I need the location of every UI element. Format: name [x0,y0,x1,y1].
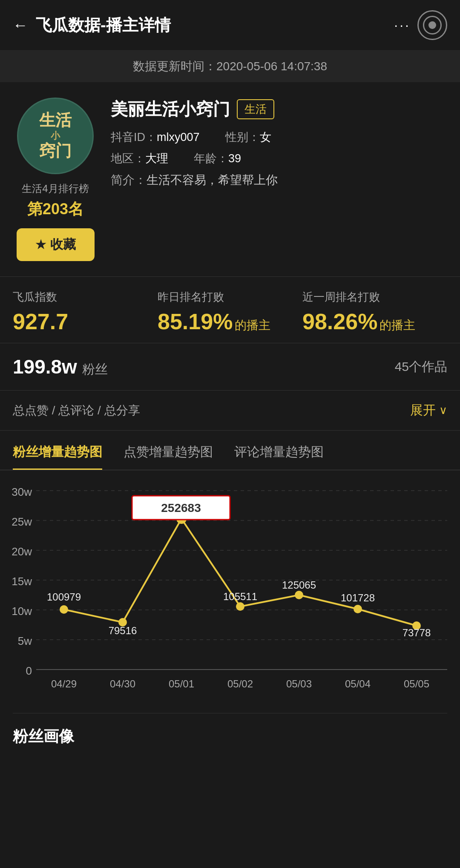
bio-label: 简介： [111,173,147,187]
region-label: 地区： [111,152,145,165]
douyin-id-field: 抖音ID：mlxy007 [111,129,200,145]
data-point-3 [236,602,244,611]
svg-text:105511: 105511 [223,591,257,602]
svg-text:125065: 125065 [282,579,316,591]
more-options-icon[interactable]: ··· [394,17,411,33]
followers-unit: 粉丝 [82,362,108,376]
record-button[interactable] [417,10,447,40]
feigu-value: 927.7 [13,309,158,334]
svg-text:04/29: 04/29 [51,678,77,690]
svg-text:100979: 100979 [47,591,81,603]
age-label: 年龄： [194,152,228,165]
age-value: 39 [228,152,241,165]
svg-text:25w: 25w [12,515,32,528]
avatar-line2: 小 [39,130,72,141]
tab-fans-trend[interactable]: 粉丝增量趋势图 [13,443,102,470]
gender-label: 性别： [225,131,260,144]
yesterday-value: 85.19% [158,309,233,334]
works-count: 45个作品 [395,358,447,376]
fan-portrait-title: 粉丝画像 [13,726,447,747]
avatar-line1: 生活 [39,111,72,130]
profile-section: 生活 小 窍门 生活4月排行榜 第203名 ★ 收藏 美丽生活小窍门 生活 抖音… [0,82,460,277]
profile-id-row: 抖音ID：mlxy007 性别：女 [111,129,447,145]
svg-text:05/02: 05/02 [227,678,253,690]
stats-section: 飞瓜指数 927.7 昨日排名打败 85.19% 的播主 近一周排名打败 98.… [0,277,460,343]
expand-label: 展开 [410,402,436,419]
avatar-text: 生活 小 窍门 [39,111,72,161]
back-button[interactable]: ← [13,16,28,34]
followers-count-group: 199.8w 粉丝 [13,355,108,378]
yesterday-label: 昨日排名打败 [158,290,302,305]
stats-row: 飞瓜指数 927.7 昨日排名打败 85.19% 的播主 近一周排名打败 98.… [13,290,447,334]
week-suffix: 的播主 [380,319,415,332]
profile-location-row: 地区：大理 年龄：39 [111,151,447,166]
tab-likes-trend[interactable]: 点赞增量趋势图 [124,443,213,470]
svg-text:79516: 79516 [109,625,137,636]
fan-portrait-section: 粉丝画像 [0,713,460,760]
svg-text:05/05: 05/05 [404,678,429,690]
chevron-down-icon: ∨ [439,404,447,417]
profile-name-row: 美丽生活小窍门 生活 [111,98,447,121]
week-stat: 近一周排名打败 98.26% 的播主 [302,290,447,334]
record-icon-dot [428,21,436,29]
trend-chart: 30w 25w 20w 15w 10w 5w 0 [9,483,451,704]
svg-text:20w: 20w [12,545,32,558]
feigu-label: 飞瓜指数 [13,290,158,305]
svg-text:05/01: 05/01 [169,678,194,690]
bio-field: 简介：生活不容易，希望帮上你 [111,172,447,188]
profile-right: 美丽生活小窍门 生活 抖音ID：mlxy007 性别：女 地区：大理 年龄：39… [111,98,447,261]
engagement-label: 总点赞 / 总评论 / 总分享 [13,402,140,419]
expand-button[interactable]: 展开 ∨ [410,402,447,419]
feigu-stat: 飞瓜指数 927.7 [13,290,158,334]
douyin-id-value: mlxy007 [157,131,200,144]
data-point-0 [60,605,68,614]
chart-tabs: 粉丝增量趋势图 点赞增量趋势图 评论增量趋势图 [0,431,460,470]
gender-field: 性别：女 [225,129,271,145]
followers-row: 199.8w 粉丝 45个作品 [0,343,460,391]
page-title: 飞瓜数据-播主详情 [36,14,171,36]
svg-text:10w: 10w [12,605,32,618]
age-field: 年龄：39 [194,151,241,166]
week-value: 98.26% [302,309,377,334]
yesterday-suffix: 的播主 [235,319,270,332]
svg-text:5w: 5w [18,635,32,647]
data-point-5 [354,605,362,613]
update-bar: 数据更新时间：2020-05-06 14:07:38 [0,51,460,82]
header: ← 飞瓜数据-播主详情 ··· [0,0,460,51]
svg-text:04/30: 04/30 [110,678,135,690]
chart-container: 30w 25w 20w 15w 10w 5w 0 [9,483,451,704]
svg-text:05/04: 05/04 [345,678,371,690]
week-value-row: 98.26% 的播主 [302,309,447,334]
tab-comments-trend[interactable]: 评论增量趋势图 [234,443,324,470]
region-field: 地区：大理 [111,151,168,166]
douyin-id-label: 抖音ID： [111,131,157,144]
svg-text:15w: 15w [12,575,32,588]
header-right: ··· [394,10,447,40]
region-value: 大理 [145,152,168,165]
svg-text:252683: 252683 [161,501,201,514]
star-icon: ★ [35,238,46,252]
svg-text:101728: 101728 [341,592,375,604]
profile-left: 生活 小 窍门 生活4月排行榜 第203名 ★ 收藏 [13,98,98,261]
bio-value: 生活不容易，希望帮上你 [147,173,278,187]
data-point-4 [295,591,303,599]
avatar: 生活 小 窍门 [17,98,94,174]
gender-value: 女 [260,131,271,144]
svg-text:05/03: 05/03 [286,678,312,690]
svg-text:30w: 30w [12,486,32,498]
header-left: ← 飞瓜数据-播主详情 [13,14,171,36]
record-icon-inner [423,16,442,34]
collect-button[interactable]: ★ 收藏 [17,228,95,261]
update-time-text: 数据更新时间：2020-05-06 14:07:38 [133,60,327,73]
collect-label: 收藏 [50,236,76,253]
rank-value: 第203名 [27,199,83,220]
svg-text:73778: 73778 [402,627,431,638]
category-tag: 生活 [237,99,274,119]
chart-area: 30w 25w 20w 15w 10w 5w 0 [0,470,460,713]
yesterday-value-row: 85.19% 的播主 [158,309,302,334]
rank-label: 生活4月排行榜 [22,182,89,195]
profile-name: 美丽生活小窍门 [111,98,230,121]
engagement-row: 总点赞 / 总评论 / 总分享 展开 ∨ [0,391,460,431]
followers-count: 199.8w [13,356,77,378]
week-label: 近一周排名打败 [302,290,447,305]
